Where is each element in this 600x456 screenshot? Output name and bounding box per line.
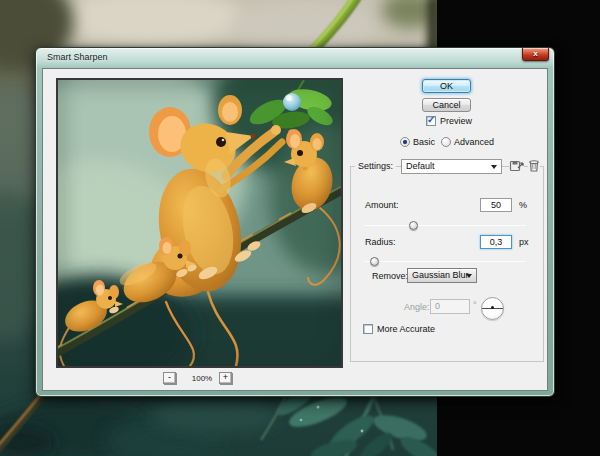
dialog-title: Smart Sharpen: [47, 52, 108, 62]
radius-slider-thumb[interactable]: [370, 257, 379, 266]
radius-unit: px: [519, 237, 529, 247]
close-button[interactable]: x: [522, 48, 549, 61]
zoom-out-button[interactable]: -: [163, 372, 176, 384]
amount-slider-thumb[interactable]: [409, 221, 418, 230]
amount-unit: %: [519, 200, 527, 210]
advanced-radio-label[interactable]: Advanced: [454, 137, 494, 147]
more-accurate-label[interactable]: More Accurate: [377, 324, 435, 334]
amount-label: Amount:: [365, 200, 399, 210]
angle-dial-center-dot: [491, 306, 494, 309]
angle-unit: °: [473, 300, 477, 310]
radius-slider[interactable]: [364, 256, 526, 268]
amount-slider-track[interactable]: [364, 225, 526, 226]
amount-input[interactable]: 50: [480, 198, 512, 212]
save-settings-icon[interactable]: [509, 159, 524, 172]
zoom-in-button[interactable]: +: [219, 372, 232, 384]
radius-label: Radius:: [365, 237, 396, 247]
ok-button[interactable]: OK: [422, 79, 471, 93]
delete-settings-icon[interactable]: [528, 159, 540, 172]
preview-image[interactable]: [56, 78, 343, 368]
preview-checkbox[interactable]: ✓: [426, 116, 436, 126]
angle-label: Angle:: [404, 302, 430, 312]
remove-dropdown[interactable]: Gaussian Blur: [407, 268, 477, 283]
dialog-titlebar[interactable]: Smart Sharpen x: [36, 48, 554, 68]
check-icon: ✓: [427, 114, 435, 125]
preview-checkbox-label[interactable]: Preview: [440, 116, 472, 126]
settings-label: Settings:: [355, 161, 396, 171]
remove-label: Remove:: [372, 271, 408, 281]
basic-radio-label[interactable]: Basic: [413, 137, 435, 147]
cancel-button[interactable]: Cancel: [422, 98, 471, 112]
angle-dial: [481, 297, 504, 320]
dialog-client-area: - 100% + OK Cancel ✓ Preview Basic Advan…: [42, 68, 548, 391]
radius-input[interactable]: 0,3: [480, 235, 512, 249]
zoom-level: 100%: [181, 374, 223, 383]
advanced-radio[interactable]: [441, 137, 451, 147]
settings-dropdown[interactable]: Default: [401, 159, 502, 174]
amount-slider[interactable]: [364, 220, 526, 232]
basic-radio[interactable]: [400, 137, 410, 147]
chevron-down-icon: [491, 165, 497, 169]
angle-input: 0: [430, 299, 470, 314]
close-icon: x: [533, 49, 537, 58]
chevron-down-icon: [466, 274, 472, 278]
more-accurate-checkbox[interactable]: [363, 324, 373, 334]
screen: Smart Sharpen x: [0, 0, 600, 456]
smart-sharpen-dialog: Smart Sharpen x: [35, 47, 555, 397]
radius-slider-track[interactable]: [364, 261, 526, 262]
preview-painting: [58, 80, 341, 366]
